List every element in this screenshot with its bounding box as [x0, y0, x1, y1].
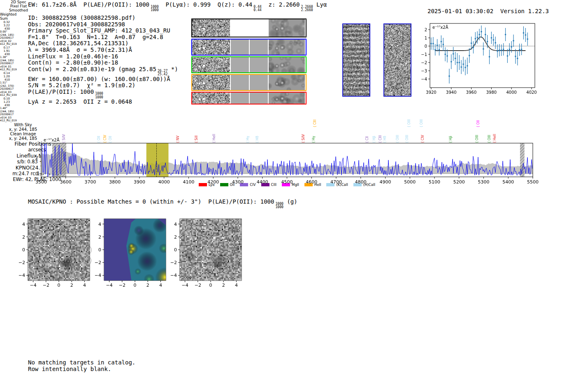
data-point	[465, 67, 466, 68]
panel-image-fiber	[28, 219, 90, 281]
axes-box	[430, 23, 535, 88]
text-segment: Primary Spec_Slot_IFU_AMP: 412_013_043_R…	[28, 27, 170, 34]
info-line: Primary Spec_Slot_IFU_AMP: 412_013_043_R…	[28, 28, 178, 34]
y-tick-label: 4	[98, 222, 101, 227]
emission-line-label: ( OII	[109, 136, 112, 143]
spec2d-noise-image	[192, 57, 230, 72]
fraction-bottom: 1000	[151, 8, 159, 12]
data-point	[462, 63, 464, 65]
data-point	[457, 62, 458, 63]
spec2d-row-right-labels: 1.40"(244, 185)20200617v014_03412_RU_019	[0, 107, 26, 123]
panel-title: Fiber Positions	[0, 141, 66, 147]
y-tick-label: 4	[174, 222, 177, 227]
text-segment: Obs: 20200617v014_3008822598	[28, 21, 125, 28]
report-version: Version 1.22.3	[500, 8, 549, 14]
cutout-image	[384, 24, 411, 96]
legend-swatch	[282, 183, 290, 186]
data-point	[460, 66, 462, 68]
emission-line-label: ( CIV	[421, 135, 425, 143]
noise-envelope	[41, 151, 533, 173]
line-fit-inset-chart: 392039403960398040004020210−1−2−3−4e⁻¹⁷x…	[421, 23, 537, 95]
emission-line-label: ( Hγ	[312, 136, 316, 143]
data-point	[491, 37, 492, 39]
spec2d-flat-image	[231, 19, 268, 37]
y-tick-label: 1	[425, 36, 427, 40]
y-tick-label: −4	[170, 273, 177, 278]
spec2d-row-left-labels: 0.141.20410	[0, 72, 10, 81]
spec2d-smoothed-image	[269, 57, 305, 72]
legend-swatch	[326, 183, 334, 186]
emission-line-label: ( HeII	[212, 134, 216, 143]
panel-image-kpno	[180, 219, 242, 281]
cutout-xy-label: x, y: 244, 185	[0, 127, 46, 132]
spec2d-noise-image	[192, 39, 230, 55]
y-units-annotation: e⁻¹⁷x2Å	[432, 25, 448, 30]
data-point	[439, 49, 440, 51]
spec2d-left-value: 1.20	[0, 75, 10, 78]
text-segment: *)	[167, 66, 178, 72]
text-segment: EW: 61.7±26.8Å P(LAE)/P(OII): 1000	[28, 1, 149, 8]
panel-xlabel: arcsecs	[0, 147, 74, 153]
fraction-bottom: 0.44	[253, 8, 262, 12]
legend-swatch	[220, 183, 228, 186]
x-tick-label: 4	[159, 283, 162, 288]
legend-item: (H)CaII	[353, 183, 375, 187]
legend-label: HeII	[314, 183, 321, 187]
legend-swatch	[261, 183, 269, 186]
x-tick-label: −2	[43, 283, 49, 288]
spec2d-right-value: Weighted	[0, 12, 26, 16]
y-tick-label: 0	[174, 247, 177, 253]
info-line: P(LAE)/P(OII): 100010001000	[28, 89, 178, 99]
data-point	[499, 49, 500, 51]
info-line: RA,Dec (182.362671,54.213531)	[28, 40, 178, 47]
y-tick-label: −4	[95, 273, 101, 278]
y-tick-label: −1	[421, 52, 427, 57]
spec2d-row	[191, 92, 307, 104]
data-point	[525, 34, 527, 36]
emission-line-label: ( Hβ	[372, 136, 376, 143]
spec2d-right-value: 412_RU_039	[0, 94, 26, 97]
legend-label: CIV	[250, 183, 255, 187]
legend-swatch	[353, 183, 362, 186]
info-line: ID: 3008822598 (3008822598.pdf)	[28, 15, 178, 21]
text-segment: LineFlux = 1.20(±0.46)e-16	[28, 53, 118, 60]
x-tick-label: 3960	[466, 90, 476, 95]
x-tick-label: −4	[181, 283, 188, 288]
spec2d-right-value: 412_RU_019	[0, 119, 26, 123]
data-point	[515, 56, 516, 57]
stacked-fraction: 26.2725.42	[158, 69, 167, 76]
text-segment: MOSAIC/KPNO : Possible Matches = 0 (with…	[28, 198, 274, 205]
legend-item: CIII	[261, 183, 276, 187]
emission-line-label: ( Hδ	[255, 136, 259, 143]
data-point	[471, 42, 472, 44]
data-point	[446, 55, 448, 57]
legend-item: Lyα	[199, 183, 215, 187]
emission-line-label: ( HeII	[493, 134, 497, 143]
legend-label: MgII	[292, 183, 299, 187]
legend-label: Lyα	[209, 183, 215, 187]
x-tick-label: 4	[235, 283, 238, 288]
cutout-title: Clean Image	[0, 132, 46, 136]
legend-item: OII	[220, 183, 235, 187]
text-segment: EWr = 160.00(±87.00) (w: 160.00(±87.00))…	[28, 76, 170, 82]
panel-title: Lineflux Map	[0, 153, 66, 159]
x-tick-label: 3980	[486, 90, 497, 95]
data-point	[444, 53, 446, 55]
data-point	[519, 49, 520, 51]
emission-line-label: ( OIII	[475, 135, 479, 143]
spec2d-row	[191, 74, 307, 91]
y-tick-label: −2	[421, 60, 427, 65]
y-tick-label: 0	[98, 247, 101, 253]
text-segment: P(Lyα): 0.999 Q(z): 0.44	[159, 1, 253, 8]
text-segment: RA,Dec (182.362671,54.213531)	[28, 40, 128, 46]
y-tick-label: 2	[174, 234, 177, 240]
y-tick-label: 2	[98, 234, 101, 240]
data-point	[467, 65, 468, 67]
info-line: λ = 3969.48Å σ = 5.70(±2.31)Å	[28, 47, 178, 53]
spacer	[493, 8, 500, 14]
text-segment: S/N = 5.2(±0.7) χ² = 1.9(±0.2)	[28, 82, 135, 88]
emission-line-label: ( Hδ	[383, 136, 387, 143]
axes-box	[41, 143, 533, 177]
info-line: S/N = 5.2(±0.7) χ² = 1.9(±0.2)	[28, 82, 178, 89]
report-timestamp: 2025-01-01 03:30:02 Version 1.22.3	[413, 1, 549, 21]
